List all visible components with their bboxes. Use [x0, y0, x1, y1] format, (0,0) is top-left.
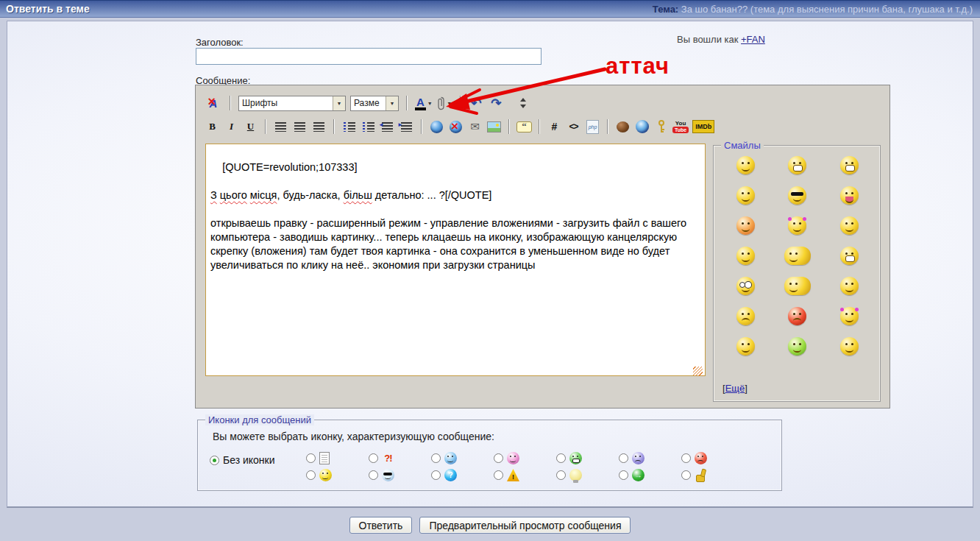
- attachment-button[interactable]: ▼: [437, 96, 452, 111]
- smiley-clap[interactable]: [736, 337, 755, 356]
- message-text-segment: більш: [344, 189, 372, 201]
- php-code-button[interactable]: php: [585, 119, 600, 135]
- post-icon-radio[interactable]: [494, 453, 503, 463]
- preview-button[interactable]: Предварительный просмотр сообщения: [419, 517, 631, 534]
- post-icon-radio[interactable]: [306, 453, 316, 463]
- post-icon-radio[interactable]: [431, 470, 441, 480]
- indent-button[interactable]: ►: [399, 119, 414, 135]
- title-input[interactable]: [196, 48, 542, 65]
- smiley-beer[interactable]: [784, 247, 811, 265]
- toolbar-separator: [230, 96, 231, 110]
- smiley-thumbsup[interactable]: [736, 247, 755, 265]
- ordered-list-button[interactable]: [341, 119, 357, 135]
- globe-bbcode-button[interactable]: [634, 119, 650, 135]
- globe-unlink-icon: ×: [450, 121, 462, 133]
- remove-link-button[interactable]: ×: [448, 119, 464, 135]
- outdent-button[interactable]: ◄: [380, 119, 395, 135]
- no-icon-radio[interactable]: [210, 456, 219, 465]
- align-right-button[interactable]: [311, 119, 327, 135]
- post-icon-option[interactable]: [556, 452, 619, 464]
- code-hash-button[interactable]: #: [547, 119, 562, 135]
- smiley-devil[interactable]: [788, 307, 806, 325]
- logged-in-as: Вы вошли как +FAN: [677, 34, 765, 45]
- html-code-button[interactable]: <>: [566, 119, 581, 135]
- youtube-bbcode-button[interactable]: YouTube: [672, 119, 689, 135]
- gavel-bbcode-button[interactable]: [615, 119, 631, 135]
- smiley-notes[interactable]: [840, 277, 859, 295]
- imdb-bbcode-button[interactable]: IMDb: [692, 119, 714, 135]
- remove-format-button[interactable]: A×: [205, 96, 222, 111]
- post-icon-radio[interactable]: [369, 470, 378, 480]
- post-icon-radio[interactable]: [306, 470, 316, 480]
- post-icon-option[interactable]: [556, 469, 619, 481]
- align-center-button[interactable]: [292, 119, 308, 135]
- size-select[interactable]: Разме▼: [350, 96, 399, 111]
- undo-button[interactable]: ↶: [469, 96, 484, 111]
- post-icon-radio[interactable]: [619, 470, 628, 480]
- bracket: ]: [745, 383, 748, 394]
- post-icon-option[interactable]: [619, 452, 681, 464]
- post-icon-option[interactable]: →: [619, 469, 681, 481]
- smiley-sad[interactable]: [736, 307, 755, 325]
- more-smilies-link[interactable]: Ещё: [725, 383, 745, 394]
- post-icon-option[interactable]: !: [494, 469, 556, 481]
- smiley-girl[interactable]: [788, 216, 806, 235]
- post-icon-option[interactable]: [306, 452, 369, 464]
- message-text-segment: , будь-ласка,: [277, 189, 343, 201]
- post-icon-option[interactable]: ?: [431, 469, 494, 481]
- smiley-blush[interactable]: [736, 216, 755, 235]
- redo-button[interactable]: ↷: [489, 96, 504, 111]
- smiley-happy[interactable]: [840, 216, 859, 235]
- php-icon: php: [586, 120, 599, 134]
- no-icon-option[interactable]: Без иконки: [210, 454, 275, 466]
- post-icon-option[interactable]: ?!: [369, 452, 431, 464]
- italic-button[interactable]: I: [224, 119, 239, 135]
- post-icon-radio[interactable]: [681, 453, 691, 463]
- underline-button[interactable]: U: [243, 119, 258, 135]
- key-bbcode-button[interactable]: [653, 119, 669, 135]
- editor-collapse-control[interactable]: [520, 98, 526, 108]
- smiley-girl2[interactable]: [840, 307, 859, 325]
- smiley-lol[interactable]: [840, 156, 859, 174]
- post-icon-radio[interactable]: [431, 453, 441, 463]
- align-left-button[interactable]: [273, 119, 288, 135]
- quote-button[interactable]: “: [516, 119, 532, 135]
- smiley-laugh[interactable]: [840, 247, 859, 265]
- smiley-biggrin[interactable]: [788, 156, 806, 174]
- post-icon-radio[interactable]: [494, 470, 503, 480]
- smiley-shy[interactable]: [840, 337, 859, 356]
- post-icon-radio[interactable]: [556, 453, 566, 463]
- toolbar-row-1: A× Шрифты▼ Разме▼ A▼ ▼ ↶ ↷: [205, 93, 526, 113]
- insert-image-button[interactable]: [486, 119, 502, 135]
- insert-email-button[interactable]: ✉: [467, 119, 483, 135]
- toolbar-row-2: B I U ◄ ► × ✉ “ # <> php YouTube IMDb: [205, 118, 714, 135]
- smiley-tongue[interactable]: [840, 186, 859, 205]
- toolbar-separator: [333, 119, 335, 134]
- insert-link-button[interactable]: [429, 119, 444, 135]
- textarea-resize-grip[interactable]: [693, 367, 703, 376]
- post-icon-radio[interactable]: [556, 470, 566, 480]
- post-icon-option[interactable]: [681, 452, 744, 464]
- username-link[interactable]: +FAN: [741, 34, 765, 45]
- post-icon-option[interactable]: [369, 469, 431, 481]
- font-select[interactable]: Шрифты▼: [238, 96, 346, 111]
- post-icon-radio[interactable]: [681, 470, 691, 480]
- post-icon-option[interactable]: [306, 469, 369, 481]
- smiley-sick[interactable]: [788, 337, 806, 356]
- reply-button[interactable]: Ответить: [349, 517, 413, 534]
- post-icon-option[interactable]: [431, 452, 494, 464]
- smiley-accordion[interactable]: [784, 277, 811, 295]
- bold-button[interactable]: B: [205, 119, 220, 135]
- post-icon-option[interactable]: [494, 452, 556, 464]
- smiley-nerd[interactable]: [736, 277, 755, 295]
- post-icon-radio[interactable]: [369, 453, 378, 463]
- smiley-smile[interactable]: [736, 156, 755, 174]
- unordered-list-button[interactable]: [361, 119, 376, 135]
- no-icon-label: Без иконки: [223, 454, 275, 466]
- smiley-wink[interactable]: [736, 186, 755, 205]
- font-color-button[interactable]: A▼: [415, 96, 433, 111]
- post-icon-option[interactable]: [681, 469, 744, 481]
- smiley-cool[interactable]: [788, 186, 806, 205]
- post-icon-radio[interactable]: [619, 453, 628, 463]
- message-textarea[interactable]: [QUOTE=revolution;107333] З цього місця,…: [205, 144, 706, 376]
